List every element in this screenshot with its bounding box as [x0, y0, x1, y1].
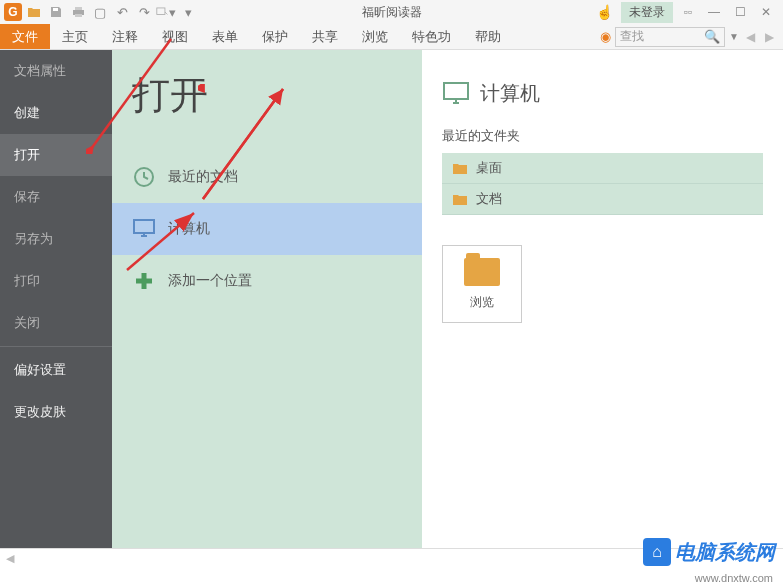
right-panel: 计算机 最近的文件夹 桌面 文档 浏览	[422, 50, 783, 548]
menu-browse[interactable]: 浏览	[350, 24, 400, 49]
menu-view[interactable]: 视图	[150, 24, 200, 49]
menu-share[interactable]: 共享	[300, 24, 350, 49]
menu-file[interactable]: 文件	[0, 24, 50, 49]
folder-icon	[452, 193, 468, 206]
qat-customize-icon[interactable]: ▾	[178, 3, 198, 21]
svg-rect-3	[75, 14, 82, 17]
menu-home[interactable]: 主页	[50, 24, 100, 49]
minimize-icon[interactable]: —	[703, 3, 725, 21]
ribbon-toggle-icon[interactable]: ▫▫	[677, 3, 699, 21]
monitor-icon	[132, 217, 156, 241]
watermark-icon: ⌂	[643, 538, 671, 566]
sidebar-item-create[interactable]: 创建	[0, 92, 112, 134]
bullet-icon[interactable]: ◉	[600, 29, 611, 44]
folder-list: 桌面 文档	[442, 153, 763, 215]
nav-forward-icon[interactable]: ▶	[762, 30, 777, 44]
open-row-label: 添加一个位置	[168, 272, 252, 290]
content: 打开 最近的文档 计算机 添加一个位置	[112, 50, 783, 548]
open-computer[interactable]: 计算机	[112, 203, 422, 255]
print-icon[interactable]	[68, 3, 88, 21]
sidebar-item-print[interactable]: 打印	[0, 260, 112, 302]
sidebar-item-skin[interactable]: 更改皮肤	[0, 391, 112, 433]
sidebar-item-properties[interactable]: 文档属性	[0, 50, 112, 92]
hand-icon[interactable]: ☝	[596, 4, 613, 20]
app-icon[interactable]: G	[4, 3, 22, 21]
undo-icon[interactable]: ↶	[112, 3, 132, 21]
watermark-text: 电脑系统网	[675, 539, 775, 566]
statusbar-left-icon: ◀	[0, 552, 14, 565]
titlebar: G ▢ ↶ ↷ ▾ ▾ 福昕阅读器 ☝ 未登录 ▫▫ — ☐ ✕	[0, 0, 783, 24]
menu-comment[interactable]: 注释	[100, 24, 150, 49]
open-row-label: 最近的文档	[168, 168, 238, 186]
browse-label: 浏览	[470, 294, 494, 311]
titlebar-right: ☝ 未登录 ▫▫ — ☐ ✕	[596, 2, 783, 23]
open-row-label: 计算机	[168, 220, 210, 238]
menu-protect[interactable]: 保护	[250, 24, 300, 49]
redo-icon[interactable]: ↷	[134, 3, 154, 21]
search-input[interactable]: 查找 🔍	[615, 27, 725, 47]
dropdown-icon[interactable]: ▾	[156, 3, 176, 21]
sidebar-item-preferences[interactable]: 偏好设置	[0, 349, 112, 391]
clipboard-icon[interactable]: ▢	[90, 3, 110, 21]
menu-form[interactable]: 表单	[200, 24, 250, 49]
svg-rect-4	[157, 8, 165, 15]
svg-rect-0	[53, 8, 58, 11]
svg-rect-2	[75, 7, 82, 10]
menu-help[interactable]: 帮助	[463, 24, 513, 49]
open-panel: 打开 最近的文档 计算机 添加一个位置	[112, 50, 422, 548]
close-icon[interactable]: ✕	[755, 3, 777, 21]
folder-item-desktop[interactable]: 桌面	[442, 153, 763, 184]
folder-icon	[452, 162, 468, 175]
menubar: 文件 主页 注释 视图 表单 保护 共享 浏览 特色功 帮助 ◉ 查找 🔍 ▼ …	[0, 24, 783, 50]
sidebar-item-open[interactable]: 打开	[0, 134, 112, 176]
menu-right: ◉ 查找 🔍 ▼ ◀ ▶	[600, 24, 783, 49]
file-sidebar: 文档属性 创建 打开 保存 另存为 打印 关闭 偏好设置 更改皮肤	[0, 50, 112, 548]
login-button[interactable]: 未登录	[621, 2, 673, 23]
browse-button[interactable]: 浏览	[442, 245, 522, 323]
watermark-url: www.dnxtw.com	[695, 572, 773, 584]
sidebar-item-save[interactable]: 保存	[0, 176, 112, 218]
sidebar-item-close[interactable]: 关闭	[0, 302, 112, 344]
save-icon[interactable]	[46, 3, 66, 21]
folder-item-documents[interactable]: 文档	[442, 184, 763, 215]
svg-rect-7	[444, 83, 468, 99]
open-add-location[interactable]: 添加一个位置	[112, 255, 422, 307]
maximize-icon[interactable]: ☐	[729, 3, 751, 21]
monitor-icon	[442, 81, 470, 107]
clock-icon	[132, 165, 156, 189]
search-dropdown-icon[interactable]: ▼	[729, 31, 739, 42]
sidebar-item-saveas[interactable]: 另存为	[0, 218, 112, 260]
svg-rect-6	[134, 220, 154, 233]
folder-large-icon	[464, 258, 500, 286]
app-title: 福昕阅读器	[362, 4, 422, 21]
nav-back-icon[interactable]: ◀	[743, 30, 758, 44]
watermark: ⌂ 电脑系统网	[643, 538, 775, 566]
search-icon[interactable]: 🔍	[704, 29, 720, 44]
sidebar-separator	[0, 346, 112, 347]
search-placeholder: 查找	[620, 28, 644, 45]
open-recent-docs[interactable]: 最近的文档	[112, 151, 422, 203]
folder-label: 文档	[476, 190, 502, 208]
menu-feature[interactable]: 特色功	[400, 24, 463, 49]
recent-folders-label: 最近的文件夹	[442, 127, 763, 145]
open-title: 打开	[112, 70, 422, 121]
quick-access-toolbar: G ▢ ↶ ↷ ▾ ▾	[0, 3, 198, 21]
right-panel-title: 计算机	[480, 80, 540, 107]
plus-icon	[132, 269, 156, 293]
open-folder-icon[interactable]	[24, 3, 44, 21]
right-panel-header: 计算机	[442, 80, 763, 107]
main: 文档属性 创建 打开 保存 另存为 打印 关闭 偏好设置 更改皮肤 打开 最近的…	[0, 50, 783, 548]
folder-label: 桌面	[476, 159, 502, 177]
